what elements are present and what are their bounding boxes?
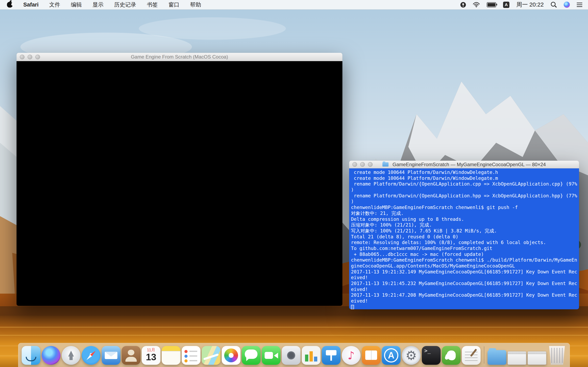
dock-app-store-icon[interactable] (382, 346, 401, 365)
menu-显示[interactable]: 显示 (93, 1, 104, 8)
terminal-line: Delta compression using up to 8 threads. (351, 216, 577, 222)
terminal-line: eived! (351, 286, 577, 292)
terminal-line: remote: Resolving deltas: 100% (8/8), co… (351, 240, 577, 245)
terminal-line: eived! (351, 275, 577, 281)
dock-downloads-icon[interactable] (488, 350, 506, 365)
proxy-folder-icon (382, 162, 389, 167)
menu-clock[interactable]: 周一 20:22 (516, 1, 544, 8)
terminal-output: create mode 100644 Platform/Darwin/Windo… (351, 169, 577, 304)
dock-itunes-icon[interactable] (342, 346, 361, 365)
terminal-cursor (351, 305, 354, 309)
terminal-line: rename Platform/Darwin/{OpenGLApplicatio… (351, 193, 577, 199)
menu-编辑[interactable]: 编辑 (71, 1, 82, 8)
dock-safari-icon[interactable] (82, 346, 100, 365)
terminal-line: 2017-11-13 19:21:32.149 MyGameEngineCoco… (351, 269, 577, 275)
zoom-button[interactable] (368, 162, 373, 167)
battery-icon[interactable] (487, 2, 496, 7)
terminal-line: To github.com:netwarm007/GameEngineFromS… (351, 245, 577, 251)
terminal-traffic-lights (352, 161, 373, 168)
desktop: Safari 文件编辑显示历史记录书签窗口帮助 A 周一 20:22 (0, 0, 588, 367)
dock-ibooks-icon[interactable] (362, 346, 380, 365)
menu-书签[interactable]: 书签 (147, 1, 158, 8)
dock-contacts-icon[interactable] (122, 346, 140, 365)
terminal-titlebar[interactable]: GameEngineFromScratch — MyGameEngineCoco… (349, 161, 579, 168)
siri-icon[interactable] (564, 2, 570, 8)
wifi-icon[interactable] (473, 2, 480, 7)
close-button[interactable] (352, 162, 357, 167)
terminal-line: eived! (351, 298, 577, 304)
dock-system-preferences-icon[interactable] (402, 346, 421, 365)
app-menu-safari[interactable]: Safari (23, 2, 39, 8)
terminal-line: ) (351, 199, 577, 205)
zoom-button[interactable] (35, 55, 40, 59)
dock-minimized-window-2-icon[interactable] (527, 351, 546, 365)
minimize-button[interactable] (27, 55, 32, 59)
game-window-titlebar[interactable]: Game Engine From Scratch (MacOS Cocoa) (17, 53, 342, 61)
terminal-cursor-line (351, 304, 577, 309)
terminal-line: ) (351, 187, 577, 193)
dock-siri-icon[interactable] (42, 346, 61, 365)
game-engine-window: Game Engine From Scratch (MacOS Cocoa) (17, 53, 342, 306)
terminal-line: 2017-11-13 19:21:45.232 MyGameEngineCoco… (351, 281, 577, 286)
dock-separator (484, 346, 484, 364)
terminal-window: GameEngineFromScratch — MyGameEngineCoco… (349, 161, 579, 309)
dock-finder-icon[interactable] (22, 346, 40, 365)
dock-calendar-icon[interactable]: 11月13 (142, 346, 160, 365)
terminal-window-title: GameEngineFromScratch — MyGameEngineCoco… (374, 161, 554, 168)
dock-photos-icon[interactable] (222, 346, 241, 365)
dock-evernote-icon[interactable] (442, 346, 461, 365)
terminal-body[interactable]: create mode 100644 Platform/Darwin/Windo… (349, 168, 579, 309)
dock-maps-icon[interactable] (202, 346, 221, 365)
dock-keynote-icon[interactable] (322, 346, 341, 365)
dock-numbers-icon[interactable] (302, 346, 320, 365)
menu-历史记录[interactable]: 历史记录 (114, 1, 136, 8)
terminal-line: 写入对象中: 100% (21/21), 7.65 KiB | 3.82 MiB… (351, 228, 577, 234)
notification-center-icon[interactable] (577, 3, 582, 7)
dock-notes-icon[interactable] (162, 346, 181, 365)
menu-文件[interactable]: 文件 (49, 1, 60, 8)
terminal-line: chenwenlideMBP:GameEngineFromScratch che… (351, 205, 577, 210)
terminal-title-text: GameEngineFromScratch — MyGameEngineCoco… (393, 162, 546, 167)
game-window-title: Game Engine From Scratch (MacOS Cocoa) (41, 53, 318, 61)
spotlight-icon[interactable] (551, 2, 557, 8)
dock-textedit-icon[interactable] (462, 346, 481, 365)
apple-menu-icon[interactable] (7, 2, 13, 8)
terminal-line: gineCocoaOpenGL.app/Contents/MacOS/MyGam… (351, 263, 577, 269)
terminal-line: rename Platform/Darwin/{OpenGLApplicatio… (351, 181, 577, 187)
terminal-line: + 88ab065...dbc1ccc mac -> mac (forced u… (351, 251, 577, 257)
password-manager-icon[interactable] (460, 2, 466, 8)
terminal-line: chenwenlideMBP:GameEngineFromScratch che… (351, 257, 577, 263)
calendar-day-label: 13 (146, 352, 156, 362)
input-source-icon[interactable]: A (503, 2, 509, 8)
terminal-line: 2017-11-13 19:21:47.208 MyGameEngineCoco… (351, 292, 577, 298)
menu-窗口[interactable]: 窗口 (168, 1, 180, 8)
close-button[interactable] (20, 55, 25, 59)
dock-minimized-window-1-icon[interactable] (508, 351, 526, 365)
dock: 11月13 (18, 343, 570, 367)
terminal-line: create mode 100644 Platform/Darwin/Windo… (351, 175, 577, 181)
dock-facetime-icon[interactable] (262, 346, 281, 365)
terminal-line: create mode 100644 Platform/Darwin/Windo… (351, 169, 577, 175)
dock-messages-icon[interactable] (242, 346, 260, 365)
game-window-traffic-lights (20, 53, 40, 61)
calendar-month-label: 11月 (147, 348, 155, 352)
menu-items: 文件编辑显示历史记录书签窗口帮助 (49, 1, 201, 8)
terminal-line: 压缩对象中: 100% (21/21), 完成. (351, 222, 577, 228)
menu-帮助[interactable]: 帮助 (190, 1, 201, 8)
dock-terminal-icon[interactable] (422, 346, 441, 365)
game-viewport[interactable] (17, 61, 342, 306)
menu-bar: Safari 文件编辑显示历史记录书签窗口帮助 A 周一 20:22 (0, 0, 588, 9)
dock-reminders-icon[interactable] (182, 346, 200, 365)
dock-mail-icon[interactable] (102, 346, 121, 365)
dock-trash-icon[interactable] (548, 346, 566, 365)
minimize-button[interactable] (360, 162, 365, 167)
terminal-line: 对象计数中: 21, 完成. (351, 210, 577, 216)
dock-launchpad-icon[interactable] (62, 346, 80, 365)
terminal-line: Total 21 (delta 8), reused 0 (delta 0) (351, 234, 577, 240)
dock-photo-booth-icon[interactable] (282, 346, 301, 365)
